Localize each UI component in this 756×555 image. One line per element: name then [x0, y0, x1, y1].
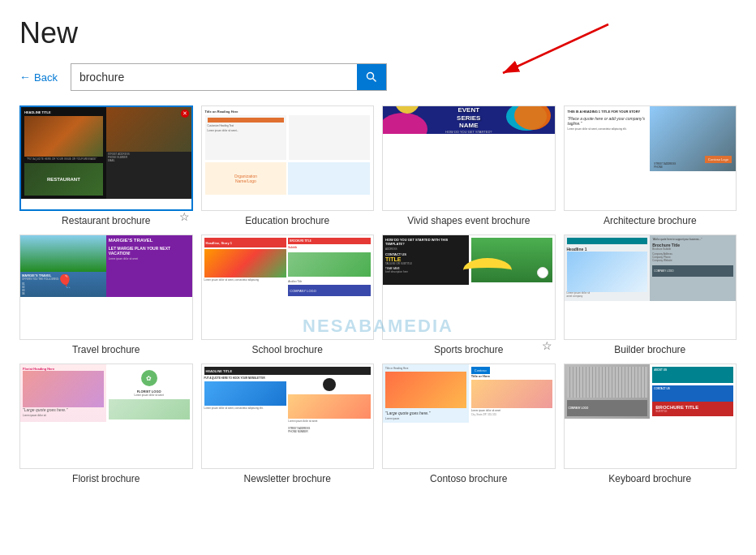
template-label-travel: Travel brochure [72, 344, 140, 355]
svg-point-2 [367, 73, 373, 80]
template-label-keyboard: Keyboard brochure [608, 473, 691, 484]
template-keyboard[interactable]: COMPANY LOGO ABOUT US CONTACT US [564, 364, 737, 484]
back-button[interactable]: ← Back [19, 71, 58, 84]
template-contoso[interactable]: Title or Heading Here "Large quote goes … [382, 364, 556, 484]
template-restaurant[interactable]: HEADLINE TITLE "PUT A QUOTE HERE OR YOUR… [19, 105, 193, 226]
top-bar: ← Back [19, 63, 737, 91]
search-button[interactable] [357, 64, 386, 90]
star-icon-restaurant[interactable]: ☆ [179, 210, 190, 223]
search-icon [366, 71, 377, 83]
templates-grid: HEADLINE TITLE "PUT A QUOTE HERE OR YOUR… [19, 105, 737, 484]
template-florist[interactable]: Florist Heading Here "Large quote goes h… [19, 364, 193, 484]
template-label-education: Education brochure [245, 215, 329, 226]
template-school[interactable]: Headline, Story 1 Lorem ipsum dolor sit … [201, 234, 375, 355]
template-newsletter[interactable]: HEADLINE TITLE PUT A QUOTE HERE TO HOOK … [201, 364, 375, 484]
template-architecture[interactable]: THIS IS A HEADING 1 TITLE FOR YOUR STORY… [564, 105, 737, 226]
template-label-school: School brochure [252, 344, 323, 355]
template-label-vivid: Vivid shapes event brochure [407, 215, 530, 226]
template-label-sports: Sports brochure [434, 344, 503, 355]
template-label-florist: Florist brochure [72, 473, 140, 484]
page-title: New [19, 16, 737, 50]
template-label-builder: Builder brochure [614, 344, 685, 355]
template-label-restaurant: Restaurant brochure [62, 215, 150, 226]
back-arrow-icon: ← [19, 71, 31, 84]
template-travel[interactable]: MARGIE'S TRAVEL OFFERS YOU THE FOLLOWING… [19, 234, 193, 355]
template-builder[interactable]: Headline 1 Lorem ipsum dolor sitamet com… [564, 234, 737, 355]
star-icon-sports[interactable]: ☆ [542, 339, 552, 352]
template-education[interactable]: Title on Reading Here Customize Heading … [201, 105, 375, 226]
search-input[interactable] [71, 66, 357, 88]
template-label-arch: Architecture brochure [604, 215, 697, 226]
template-vivid-shapes[interactable]: EVENTSERIESNAME HOW DO YOU GET STARTED? … [382, 105, 556, 226]
svg-line-3 [372, 79, 376, 82]
template-label-newsletter: Newsletter brochure [244, 473, 331, 484]
template-sports[interactable]: HOW DO YOU GET STARTED WITH THIS TEMPLAT… [382, 234, 556, 355]
search-bar [71, 63, 387, 91]
template-label-contoso: Contoso brochure [430, 473, 507, 484]
back-label: Back [34, 71, 58, 84]
